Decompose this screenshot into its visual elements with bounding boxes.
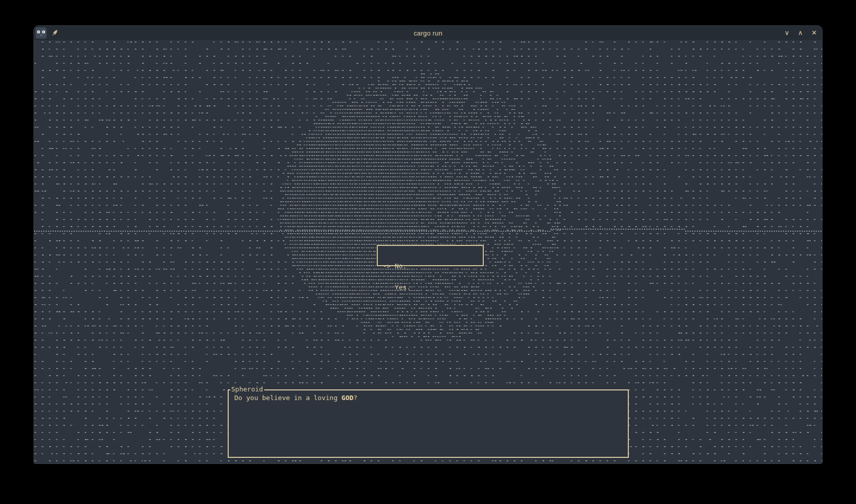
terminal-window: cargo run ∨ ∧ ✕ ->No. Yes. Spheroid Do y… [33,25,823,464]
pushpin-icon [51,29,59,37]
window-title: cargo run [34,29,822,37]
emphasized-word: GOD [341,394,353,402]
option-yes[interactable]: Yes. [383,284,483,291]
kitty-terminal-icon [35,27,47,39]
maximize-button[interactable]: ∧ [798,26,803,40]
message-text: Do you believe in a loving GOD? [229,390,628,402]
option-no[interactable]: ->No. [383,263,483,270]
window-controls: ∨ ∧ ✕ [784,26,817,40]
message-box-title: Spheroid [230,386,264,393]
choice-dialog: ->No. Yes. [377,245,484,266]
option-no-label: No. [395,262,406,270]
option-yes-label: Yes. [395,283,410,291]
titlebar[interactable]: cargo run ∨ ∧ ✕ [34,26,822,40]
message-box: Spheroid Do you believe in a loving GOD? [228,389,629,458]
terminal-screen[interactable]: ->No. Yes. Spheroid Do you believe in a … [34,40,822,463]
close-button[interactable]: ✕ [811,26,817,40]
minimize-button[interactable]: ∨ [784,26,790,40]
selection-arrow: -> [383,263,395,270]
